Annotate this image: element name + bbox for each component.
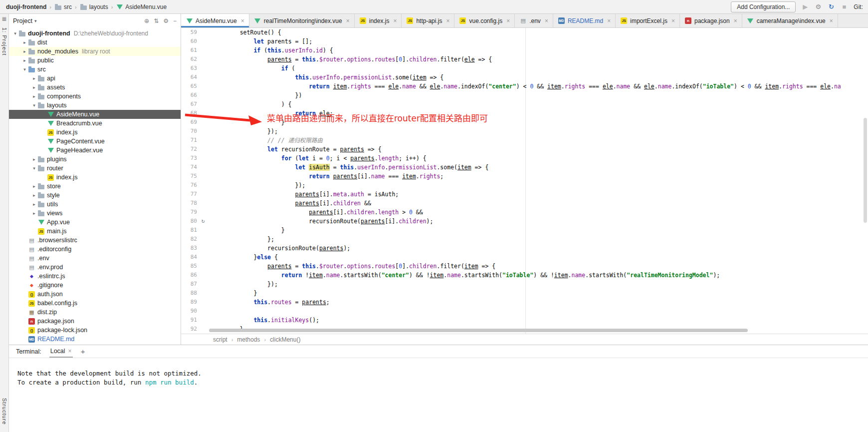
run-icon[interactable]: ▶ <box>801 3 810 10</box>
stop-icon[interactable]: ■ <box>840 3 849 10</box>
tree-item-layouts[interactable]: ▾layouts <box>9 101 181 110</box>
tab-index.js[interactable]: JSindex.js× <box>355 14 402 27</box>
code-text[interactable]: if (this.userInfo.id) { <box>208 46 333 55</box>
chevron-right-icon[interactable]: ▸ <box>21 49 28 54</box>
vertical-scrollbar[interactable] <box>864 118 867 223</box>
tab-close-icon[interactable]: × <box>671 17 675 24</box>
tab-README.md[interactable]: MDREADME.md× <box>553 14 616 27</box>
code-text[interactable]: return ele; <box>208 109 333 118</box>
tree-item-main.js[interactable]: JSmain.js <box>9 227 181 236</box>
code-text[interactable]: setRoute() { <box>208 28 281 37</box>
tree-item-duoji-frontend[interactable]: ▾duoji-frontendD:\zheheWeb\duoji-fronten… <box>9 29 181 38</box>
chevron-right-icon[interactable]: ▸ <box>31 211 37 216</box>
tree-item-babel.config.js[interactable]: JSbabel.config.js <box>9 299 181 308</box>
chevron-right-icon[interactable]: ▸ <box>21 58 28 63</box>
chevron-right-icon[interactable]: ▸ <box>31 202 37 207</box>
code-text[interactable]: } <box>208 226 285 235</box>
tree-item-.env[interactable]: ▤.env <box>9 254 181 263</box>
tab-close-icon[interactable]: × <box>506 17 510 24</box>
code-text[interactable]: parents = this.$router.options.routes[0]… <box>208 262 495 271</box>
tree-item-router[interactable]: ▾router <box>9 164 181 173</box>
code-text[interactable]: parents[i].children.length > 0 && <box>208 208 423 217</box>
chevron-right-icon[interactable]: ▸ <box>31 85 37 90</box>
code-text[interactable]: return item.rights === ele.name && ele.n… <box>208 82 841 91</box>
tree-item-api[interactable]: ▸api <box>9 74 181 83</box>
tree-item-src[interactable]: ▾src <box>9 65 181 74</box>
chevron-right-icon[interactable]: ▸ <box>31 157 37 162</box>
tab-realTimeMonitoring\index.vue[interactable]: realTimeMonitoring\index.vue× <box>249 14 355 27</box>
code-text[interactable]: if ( <box>208 64 295 73</box>
tool-strip-project-button[interactable]: 1: Project <box>1 27 7 55</box>
code-text[interactable]: for (let i = 0; i < parents.length; i++)… <box>208 154 427 163</box>
terminal-tab-local[interactable]: Local × <box>49 345 73 358</box>
chevron-right-icon[interactable]: ▸ <box>31 193 37 198</box>
tree-item-assets[interactable]: ▸assets <box>9 83 181 92</box>
code-text[interactable]: }; <box>208 235 274 244</box>
tree-item-index.js[interactable]: JSindex.js <box>9 173 181 182</box>
tab-close-icon[interactable]: × <box>607 17 611 24</box>
tree-item-index.js[interactable]: JSindex.js <box>9 128 181 137</box>
sort-icon[interactable]: ⇅ <box>154 17 159 24</box>
code-text[interactable]: // // 递归权限路由 <box>208 136 323 145</box>
tree-item-style[interactable]: ▸style <box>9 191 181 200</box>
tab-close-icon[interactable]: × <box>734 17 737 24</box>
tree-item-.browserslistrc[interactable]: ▤.browserslistrc <box>9 236 181 245</box>
code-text[interactable]: let isAuth = this.userInfo.permissionLis… <box>208 163 488 172</box>
tree-item-public[interactable]: ▸public <box>9 56 181 65</box>
code-text[interactable]: } <box>208 289 257 298</box>
close-icon[interactable]: × <box>68 348 72 355</box>
hide-icon[interactable]: − <box>173 17 177 24</box>
code-text[interactable]: }); <box>208 280 278 289</box>
tree-item-package-lock.json[interactable]: {}package-lock.json <box>9 326 181 335</box>
tab-close-icon[interactable]: × <box>241 17 244 24</box>
code-text[interactable]: ) { <box>208 100 292 109</box>
tree-item-.eslintrc.js[interactable]: ◆.eslintrc.js <box>9 272 181 281</box>
terminal-output[interactable]: Note that the development build is not o… <box>9 358 868 432</box>
breadcrumb-item-src[interactable]: src <box>53 3 73 10</box>
settings-icon[interactable]: ⚙ <box>814 3 823 10</box>
tab-http-api.js[interactable]: JShttp-api.js× <box>402 14 454 27</box>
tab-vue.config.js[interactable]: JSvue.config.js× <box>454 14 515 27</box>
chevron-down-icon[interactable]: ▾ <box>21 67 28 72</box>
code-area[interactable]: 59 setRoute() {60 let parents = [];61 if… <box>181 28 868 334</box>
breadcrumb-item-methods[interactable]: methods <box>237 336 260 343</box>
breadcrumb-item-script[interactable]: script <box>213 336 227 343</box>
tab-.env[interactable]: ▤.env× <box>515 14 553 27</box>
tab-close-icon[interactable]: × <box>346 17 350 24</box>
chevron-down-icon[interactable]: ▾ <box>31 166 37 171</box>
code-text[interactable]: }); <box>208 127 278 136</box>
tree-item-views[interactable]: ▸views <box>9 209 181 218</box>
tree-item-PageHeader.vue[interactable]: PageHeader.vue <box>9 146 181 155</box>
code-text[interactable]: }); <box>208 181 305 190</box>
code-text[interactable]: return parents[i].name === item.rights; <box>208 172 443 181</box>
chevron-right-icon[interactable]: ▸ <box>31 184 37 189</box>
code-text[interactable]: this.routes = parents; <box>208 298 330 307</box>
add-configuration-button[interactable]: Add Configuration... <box>731 1 796 12</box>
code-text[interactable]: recursionRoute(parents[i].children); <box>208 217 433 226</box>
tree-item-auth.json[interactable]: {}auth.json <box>9 290 181 299</box>
tab-close-icon[interactable]: × <box>393 17 397 24</box>
chevron-down-icon[interactable]: ▾ <box>12 31 18 36</box>
tool-strip-structure-button[interactable]: Structure <box>1 398 7 425</box>
code-text[interactable]: } <box>208 118 285 127</box>
code-text[interactable]: let parents = []; <box>208 37 312 46</box>
tab-close-icon[interactable]: × <box>545 17 548 24</box>
tab-importExcel.js[interactable]: JSimportExcel.js× <box>616 14 680 27</box>
tree-item-utils[interactable]: ▸utils <box>9 200 181 209</box>
tab-AsideMenu.vue[interactable]: AsideMenu.vue× <box>181 14 249 27</box>
code-text[interactable]: parents[i].children && <box>208 199 371 208</box>
code-text[interactable] <box>208 307 226 316</box>
code-text[interactable]: let recursionRoute = parents => { <box>208 145 382 154</box>
breadcrumb-item-AsideMenu.vue[interactable]: AsideMenu.vue <box>115 3 168 10</box>
code-text[interactable]: parents[i].meta.auth = isAuth; <box>208 190 399 199</box>
tree-item-node_modules[interactable]: ▸node_moduleslibrary root <box>9 47 181 56</box>
code-text[interactable]: return !item.name.startsWith("center") &… <box>208 271 720 280</box>
code-text[interactable]: parents = this.$router.options.routes[0]… <box>208 55 492 64</box>
tree-item-.editorconfig[interactable]: ▤.editorconfig <box>9 245 181 254</box>
code-text[interactable]: this.initialKeys(); <box>208 316 319 325</box>
tab-package.json[interactable]: npackage.json× <box>680 14 742 27</box>
chevron-down-icon[interactable]: ▾ <box>31 103 37 108</box>
chevron-right-icon[interactable]: ▸ <box>21 40 28 45</box>
tree-item-plugins[interactable]: ▸plugins <box>9 155 181 164</box>
tree-item-dist[interactable]: ▸dist <box>9 38 181 47</box>
